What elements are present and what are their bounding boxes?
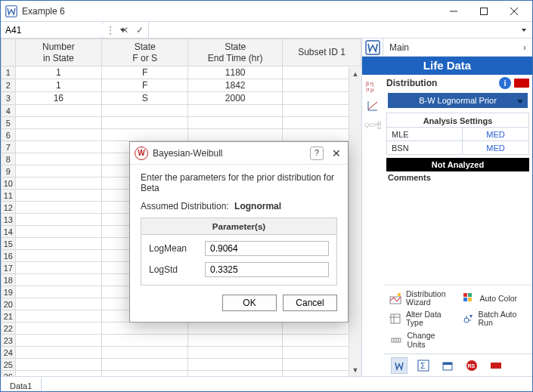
cell[interactable]	[102, 117, 188, 129]
alter-data-type-button[interactable]: Alter Data Type	[389, 310, 454, 328]
rs-tool-icon[interactable]: RS	[463, 357, 480, 374]
cell[interactable]: 2000	[188, 92, 283, 105]
setting-row[interactable]: BSNMED	[386, 141, 529, 155]
row-header[interactable]: 10	[2, 177, 16, 190]
cell[interactable]: F	[102, 79, 188, 92]
cell[interactable]	[102, 105, 188, 117]
cell[interactable]: 1180	[188, 66, 283, 79]
col-header-c[interactable]: State End Time (hr)	[188, 39, 283, 66]
info-icon[interactable]: i	[499, 77, 511, 89]
col-header-d[interactable]: Subset ID 1	[283, 39, 361, 66]
cell[interactable]	[15, 202, 101, 214]
row-header[interactable]: 2	[2, 79, 16, 92]
select-all-cell[interactable]	[2, 39, 16, 66]
setting-value[interactable]: MED	[462, 128, 529, 141]
cell[interactable]	[15, 153, 101, 165]
table-row[interactable]: 25	[2, 359, 361, 371]
cell[interactable]	[15, 177, 101, 190]
cell[interactable]	[102, 371, 188, 377]
formula-input[interactable]	[152, 24, 519, 36]
row-header[interactable]: 8	[2, 153, 16, 165]
setting-value[interactable]: MED	[462, 141, 529, 155]
cell[interactable]	[188, 117, 283, 129]
cell[interactable]	[102, 359, 188, 371]
qcp-icon[interactable]: QCP	[364, 117, 381, 134]
cell[interactable]	[15, 347, 101, 359]
cell[interactable]	[102, 129, 188, 141]
row-header[interactable]: 20	[2, 298, 16, 310]
scroll-down-icon[interactable]: ▼	[349, 363, 361, 376]
row-header[interactable]: 6	[2, 129, 16, 141]
minimize-button[interactable]	[438, 2, 469, 21]
cell[interactable]	[188, 347, 283, 359]
row-header[interactable]: 9	[2, 165, 16, 177]
cell[interactable]	[15, 214, 101, 226]
cell[interactable]	[188, 359, 283, 371]
change-units-button[interactable]: Change Units	[389, 331, 454, 349]
cell[interactable]	[15, 310, 101, 323]
cell[interactable]: 1	[15, 66, 101, 79]
row-header[interactable]: 3	[2, 92, 16, 105]
cell[interactable]	[15, 335, 101, 347]
red-block-icon[interactable]	[488, 357, 504, 374]
row-header[interactable]: 11	[2, 190, 16, 202]
table-row[interactable]: 11F1180	[2, 66, 361, 79]
table-row[interactable]: 316S2000	[2, 92, 361, 105]
cell[interactable]	[15, 359, 101, 371]
scroll-up-icon[interactable]: ▲	[349, 67, 361, 80]
row-header[interactable]: 7	[2, 141, 16, 153]
row-header[interactable]: 25	[2, 359, 16, 371]
row-header[interactable]: 1	[2, 66, 16, 79]
cell[interactable]	[188, 371, 283, 377]
distribution-select[interactable]: B-W Lognormal Prior	[388, 93, 528, 108]
row-header[interactable]: 18	[2, 274, 16, 286]
dialog-close-button[interactable]: ✕	[330, 147, 343, 159]
cell[interactable]	[15, 238, 101, 250]
vertical-scrollbar[interactable]: ▲ ▼	[349, 67, 361, 376]
row-header[interactable]: 12	[2, 202, 16, 214]
dialog-titlebar[interactable]: W Bayesian-Weibull ? ✕	[130, 142, 348, 165]
cell[interactable]	[188, 129, 283, 141]
cell[interactable]	[15, 165, 101, 177]
table-row[interactable]: 4	[2, 105, 361, 117]
distribution-wizard-button[interactable]: Distribution Wizard	[389, 290, 454, 307]
sheet-tab-data1[interactable]: Data1	[1, 377, 42, 392]
cell[interactable]: 1842	[188, 79, 283, 92]
row-header[interactable]: 24	[2, 347, 16, 359]
formula-expand-icon[interactable]	[519, 29, 529, 32]
row-header[interactable]: 14	[2, 226, 16, 238]
row-header[interactable]: 15	[2, 238, 16, 250]
row-header[interactable]: 4	[2, 105, 16, 117]
cell[interactable]	[188, 105, 283, 117]
cell-reference[interactable]	[1, 22, 103, 38]
sigma-tool-icon[interactable]: Σ	[415, 357, 432, 374]
table-row[interactable]: 21F1842	[2, 79, 361, 92]
main-app-icon[interactable]	[362, 39, 383, 57]
batch-auto-run-button[interactable]: Batch Auto Run	[462, 310, 527, 328]
table-row[interactable]: 22	[2, 323, 361, 335]
table-row[interactable]: 24	[2, 347, 361, 359]
row-header[interactable]: 22	[2, 323, 16, 335]
cancel-button[interactable]: Cancel	[283, 295, 337, 311]
dialog-help-button[interactable]: ?	[310, 147, 324, 160]
cell[interactable]	[15, 274, 101, 286]
row-header[interactable]: 23	[2, 335, 16, 347]
close-button[interactable]	[499, 2, 529, 21]
row-header[interactable]: 13	[2, 214, 16, 226]
table-row[interactable]: 23	[2, 335, 361, 347]
status-indicator-icon[interactable]	[514, 79, 529, 88]
cell[interactable]	[188, 323, 283, 335]
confirm-edit-button[interactable]: ✓	[135, 25, 145, 35]
beta-eta-icon[interactable]: β ησ μ	[364, 78, 381, 94]
cell[interactable]	[102, 323, 188, 335]
table-row[interactable]: 26	[2, 371, 361, 377]
cell[interactable]	[102, 347, 188, 359]
cell[interactable]	[188, 335, 283, 347]
cell[interactable]: 16	[15, 92, 101, 105]
cell[interactable]	[15, 262, 101, 274]
cell[interactable]	[102, 335, 188, 347]
logmean-input[interactable]	[205, 241, 329, 256]
cell[interactable]	[15, 371, 101, 377]
setting-row[interactable]: MLEMED	[386, 128, 529, 141]
cell[interactable]: 1	[15, 79, 101, 92]
